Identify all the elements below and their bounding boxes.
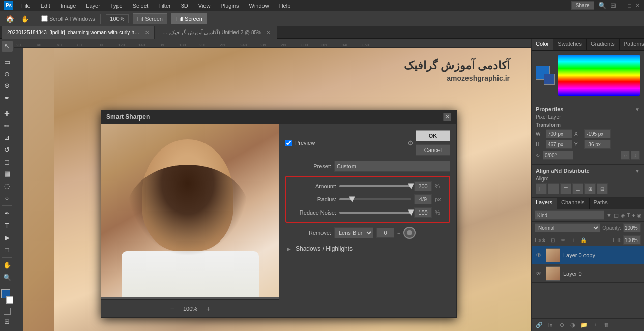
lock-pixels-btn[interactable]: ✏ — [559, 236, 567, 244]
x-input[interactable]: -195 px — [584, 129, 611, 138]
lock-transparent-btn[interactable]: ⊡ — [549, 236, 557, 244]
remove-select[interactable]: Lens Blur — [334, 227, 373, 238]
minimize-button[interactable]: ─ — [620, 3, 624, 9]
link-layers-btn[interactable]: 🔗 — [535, 320, 544, 329]
layer-visibility-0[interactable]: 👁 — [535, 269, 543, 278]
healing-brush-tool[interactable]: ✚ — [2, 108, 13, 119]
ok-button[interactable]: OK — [416, 130, 450, 141]
tab-swatches[interactable]: Swatches — [553, 39, 587, 50]
tab-color[interactable]: Color — [532, 39, 553, 50]
smart-sharpen-dialog[interactable]: Smart Sharpen ✕ — [101, 110, 457, 318]
shadows-expand-icon[interactable]: ▶ — [285, 245, 292, 252]
shadows-highlights-label[interactable]: Shadows / Highlights — [296, 245, 353, 252]
bg-color-swatch[interactable] — [544, 74, 555, 85]
add-layer-btn[interactable]: + — [591, 320, 600, 329]
layers-tab-paths[interactable]: Paths — [590, 198, 612, 209]
properties-header[interactable]: Properties ▼ — [536, 106, 640, 112]
eraser-tool[interactable]: ◻ — [2, 156, 13, 167]
canvas-area[interactable]: 20 40 60 80 100 120 140 160 180 200 220 … — [14, 39, 531, 331]
blend-mode-select[interactable]: Normal — [535, 223, 600, 232]
align-right-btn[interactable]: ⊤ — [560, 183, 571, 194]
y-input[interactable]: -36 px — [584, 140, 611, 149]
flip-v-button[interactable]: ↕ — [631, 151, 640, 160]
align-left-btn[interactable]: ⊢ — [536, 183, 547, 194]
opacity-input[interactable]: 100% — [623, 223, 641, 232]
marquee-tool[interactable]: ▭ — [2, 56, 13, 68]
zoom-out-button[interactable]: − — [168, 304, 177, 313]
tab-patterns[interactable]: Patterns — [620, 39, 644, 50]
preset-select[interactable]: Custom — [334, 161, 450, 172]
menu-3d[interactable]: 3D — [179, 2, 190, 10]
align-distribute-header[interactable]: Align aNd Distribute ▼ — [536, 168, 640, 174]
fit-screen-button[interactable]: Fit Screen — [133, 13, 167, 24]
maximize-button[interactable]: □ — [628, 3, 631, 9]
dodge-tool[interactable]: ○ — [2, 192, 13, 203]
close-button[interactable]: ✕ — [635, 2, 640, 9]
reduce-noise-value-input[interactable]: 100 — [414, 207, 432, 218]
add-style-btn[interactable]: fx — [546, 320, 555, 329]
fill-input[interactable]: 100% — [623, 235, 641, 245]
screen-mode-button[interactable]: ⊞ — [2, 316, 13, 327]
filter-type-icon[interactable]: ▼ — [606, 210, 612, 220]
shape-tool[interactable]: □ — [2, 244, 13, 255]
zoom-display[interactable]: 100% — [106, 14, 129, 23]
dialog-close-button[interactable]: ✕ — [443, 113, 451, 121]
scroll-all-checkbox-label[interactable]: Scroll All Windows — [41, 15, 95, 22]
color-gradient-area[interactable] — [558, 55, 640, 96]
height-input[interactable]: 467 px — [546, 140, 572, 149]
layers-search-input[interactable]: Kind — [535, 210, 604, 220]
filter-smart-icon[interactable]: ◉ — [637, 210, 642, 220]
gear-button[interactable]: ⚙ — [405, 138, 416, 148]
eyedropper-tool[interactable]: ✒ — [2, 93, 13, 104]
add-adjustment-btn[interactable]: ◑ — [568, 320, 577, 329]
tab-active-image[interactable]: 20230125184343_[fpdl.ir]_charming-woman-… — [2, 26, 155, 39]
filter-shape-icon[interactable]: ♦ — [632, 210, 635, 220]
layers-tab-layers[interactable]: Layers — [532, 198, 557, 209]
color-spectrum-gradient[interactable] — [558, 55, 640, 96]
filter-adj-icon[interactable]: ◈ — [621, 210, 625, 220]
color-swatches[interactable] — [1, 289, 13, 304]
filter-text-icon[interactable]: T — [627, 210, 630, 220]
lock-all-btn[interactable]: 🔒 — [579, 236, 588, 244]
active-tab-close[interactable]: ✕ — [145, 29, 149, 36]
move-tool[interactable]: ↖ — [2, 41, 13, 52]
filter-pixel-icon[interactable]: ◻ — [614, 210, 619, 220]
inactive-tab-close[interactable]: ✕ — [265, 29, 272, 36]
brush-tool[interactable]: ✏ — [2, 120, 13, 131]
fill-screen-button[interactable]: Fill Screen — [171, 13, 207, 24]
amount-slider-track[interactable] — [339, 185, 411, 187]
menu-help[interactable]: Help — [277, 2, 293, 10]
search-icon[interactable]: 🔍 — [598, 2, 606, 9]
home-icon[interactable]: 🏠 — [4, 13, 15, 24]
remove-circle-control[interactable] — [403, 227, 416, 239]
align-center-v-btn[interactable]: ⊞ — [584, 183, 596, 194]
panels-icon[interactable]: ⊞ — [610, 2, 616, 9]
menu-edit[interactable]: Edit — [39, 2, 52, 10]
cancel-button[interactable]: Cancel — [416, 144, 450, 156]
blur-tool[interactable]: ◌ — [2, 180, 13, 192]
menu-filter[interactable]: Filter — [156, 2, 172, 10]
radius-slider-track[interactable] — [339, 198, 411, 200]
lasso-tool[interactable]: ⊙ — [2, 68, 13, 79]
width-input[interactable]: 700 px — [546, 129, 572, 138]
layer-visibility-0-copy[interactable]: 👁 — [535, 251, 543, 259]
tab-inactive-image[interactable]: Untitled-2 @ 85% (آکادمی آموزش گرافیک, R… — [155, 26, 277, 39]
radius-value-input[interactable]: 4/9 — [414, 194, 432, 204]
background-swatch[interactable] — [6, 296, 13, 304]
menu-view[interactable]: View — [196, 2, 213, 10]
amount-value-input[interactable]: 200 — [414, 181, 432, 191]
menu-plugins[interactable]: Plugins — [218, 2, 241, 10]
layer-item-0[interactable]: 👁 Layer 0 — [532, 264, 644, 283]
zoom-tool[interactable]: 🔍 — [2, 272, 13, 283]
align-bottom-btn[interactable]: ⊟ — [597, 183, 608, 194]
clone-stamp-tool[interactable]: ⊿ — [2, 132, 13, 143]
align-center-h-btn[interactable]: ⊣ — [548, 183, 559, 194]
reduce-noise-slider-track[interactable] — [339, 212, 411, 214]
quick-mask-button[interactable] — [4, 308, 11, 315]
rotate-input[interactable]: 0/00° — [543, 151, 573, 160]
flip-h-button[interactable]: ↔ — [621, 151, 630, 160]
preview-checkbox[interactable] — [285, 140, 292, 146]
share-button[interactable]: Share — [571, 1, 594, 10]
add-mask-btn[interactable]: ⊙ — [557, 320, 566, 329]
add-group-btn[interactable]: 📁 — [579, 320, 589, 329]
